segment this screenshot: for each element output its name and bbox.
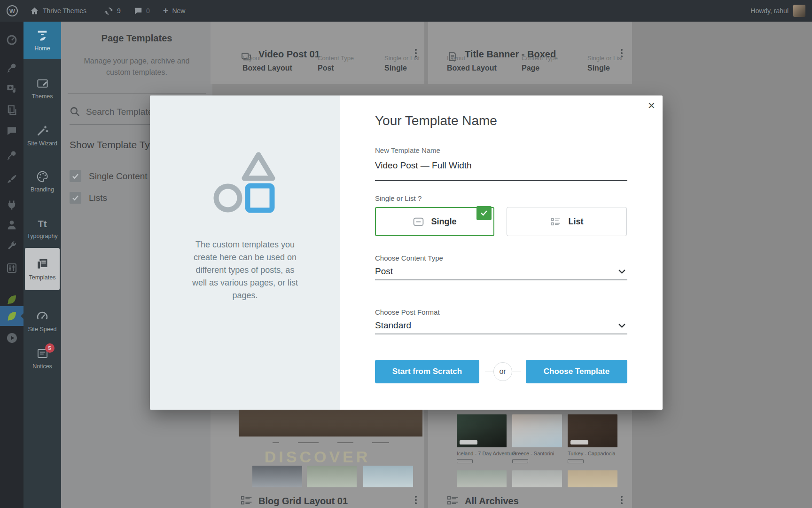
- preview-meta: [568, 459, 584, 463]
- thrive-leaf-icon[interactable]: [0, 294, 23, 305]
- wrench-icon[interactable]: [0, 240, 23, 252]
- preview-meta: [512, 459, 528, 463]
- page-title: Page Templates: [61, 33, 212, 44]
- sidebar-item-label: Branding: [31, 186, 54, 193]
- template-card-video-post[interactable]: Video Post 01 Layout Boxed Layout Conten…: [211, 22, 424, 84]
- wordpress-logo-icon[interactable]: W: [7, 5, 18, 16]
- option-list[interactable]: List: [507, 207, 627, 236]
- video-tutorials-icon[interactable]: [0, 332, 23, 344]
- comments-indicator[interactable]: 0: [134, 7, 150, 15]
- page-subtitle: Manage your page, archive and custom tem…: [76, 56, 198, 78]
- template-name-label: New Template Name: [375, 146, 440, 154]
- thrive-home-icon: [36, 29, 49, 42]
- sidebar-item-themes[interactable]: Themes: [23, 77, 61, 100]
- card-menu-dots-icon[interactable]: [621, 496, 623, 504]
- media-icon[interactable]: [0, 83, 23, 94]
- sidebar-item-site-speed[interactable]: Site Speed: [23, 310, 61, 333]
- option-single[interactable]: Single: [375, 207, 494, 236]
- close-icon[interactable]: ×: [648, 99, 655, 111]
- shapes-illustration-icon: [210, 146, 281, 213]
- templates-icon: [36, 257, 49, 270]
- dashboard-icon[interactable]: [0, 34, 23, 46]
- sidebar-item-notices[interactable]: 5 Notices: [23, 347, 61, 370]
- wp-admin-bar: W Thrive Themes 9 0 + New Howdy, rahul: [0, 0, 812, 22]
- settings-sliders-icon[interactable]: [0, 262, 23, 274]
- field-label: Single or List: [587, 55, 623, 62]
- preview-thumbnail: [252, 466, 302, 487]
- modal-info-pane: The custom templates you create here can…: [150, 95, 340, 410]
- thrive-leaf-active-icon[interactable]: [0, 306, 23, 326]
- new-label: New: [172, 7, 185, 15]
- howdy-account-link[interactable]: Howdy, rahul: [750, 7, 789, 15]
- comments-sidebar-icon[interactable]: [0, 125, 23, 136]
- brush-icon[interactable]: [0, 174, 23, 185]
- updates-indicator[interactable]: 9: [104, 7, 121, 16]
- option-label: Single: [431, 217, 456, 227]
- sidebar-item-typography[interactable]: Tt Typography: [23, 218, 61, 239]
- sidebar-item-site-wizard[interactable]: Site Wizard: [23, 124, 61, 147]
- preview-thumbnail: [512, 470, 562, 487]
- avatar[interactable]: [793, 5, 805, 17]
- select-underline: [375, 279, 627, 280]
- list-content-icon: [550, 216, 562, 228]
- updates-icon: [104, 7, 113, 16]
- content-type-select[interactable]: Post: [375, 266, 627, 277]
- field-value: Boxed Layout: [447, 64, 497, 72]
- card-title: All Archives: [465, 496, 519, 507]
- template-card-all-archives[interactable]: Iceland - 7 Day Adventure Greece - Santo…: [428, 405, 632, 508]
- preview-thumbnail: [568, 414, 617, 447]
- start-from-scratch-button[interactable]: Start from Scratch: [375, 360, 479, 383]
- card-title: Blog Grid Layout 01: [258, 496, 348, 507]
- site-speed-gauge-icon: [36, 310, 49, 323]
- pages-icon[interactable]: [0, 104, 23, 116]
- blog-preview-header-image: [239, 409, 422, 437]
- choose-template-button[interactable]: Choose Template: [526, 360, 627, 383]
- home-icon[interactable]: [30, 7, 39, 16]
- modal-title: Your Template Name: [375, 113, 497, 128]
- selected-check-icon: [476, 206, 492, 220]
- pin-icon[interactable]: [0, 150, 23, 161]
- post-format-select[interactable]: Standard: [375, 320, 627, 331]
- notices-icon: 5: [36, 347, 49, 360]
- post-format-label: Choose Post Format: [375, 308, 440, 316]
- template-card-blog-grid[interactable]: DISCOVER Blog Grid Layout 01: [211, 405, 424, 508]
- users-icon[interactable]: [0, 219, 23, 230]
- sidebar-item-label: Notices: [32, 363, 52, 370]
- preview-thumbnail: [307, 466, 357, 487]
- sidebar-item-branding[interactable]: Branding: [23, 170, 61, 193]
- option-label: List: [568, 217, 583, 227]
- themes-icon: [36, 77, 49, 90]
- checkbox-checked-icon[interactable]: [70, 192, 81, 204]
- template-name-modal: The custom templates you create here can…: [150, 95, 663, 410]
- input-underline: [375, 180, 627, 181]
- plugin-icon[interactable]: [0, 199, 23, 211]
- sidebar-item-label: Typography: [27, 233, 57, 239]
- field-value: Post: [318, 64, 354, 72]
- template-card-title-banner[interactable]: Title Banner - Boxed Layout Boxed Layout…: [428, 22, 632, 84]
- comments-count: 0: [146, 7, 150, 15]
- template-name-input[interactable]: Video Post — Full Width: [375, 160, 472, 171]
- plus-icon: +: [163, 6, 169, 16]
- or-label: or: [493, 362, 512, 381]
- new-menu[interactable]: + New: [163, 6, 186, 16]
- checkbox-checked-icon[interactable]: [70, 170, 81, 182]
- filter-single-content[interactable]: Single Content: [70, 170, 148, 182]
- branding-palette-icon: [36, 170, 49, 183]
- field-value: Boxed Layout: [242, 64, 292, 72]
- field-label: Layout: [447, 55, 497, 62]
- or-separator: or: [485, 362, 521, 381]
- list-icon: [447, 495, 459, 507]
- single-content-icon: [413, 216, 424, 228]
- site-name-link[interactable]: Thrive Themes: [43, 7, 86, 15]
- field-value: Page: [522, 64, 558, 72]
- blog-preview-headline: DISCOVER: [211, 448, 424, 466]
- sidebar-item-home[interactable]: Home: [23, 22, 61, 59]
- divider: [68, 93, 206, 94]
- pushpin-icon[interactable]: [0, 63, 23, 74]
- filter-lists[interactable]: Lists: [70, 192, 107, 204]
- sidebar-item-label: Site Speed: [28, 326, 56, 333]
- card-menu-dots-icon[interactable]: [415, 496, 417, 504]
- sidebar-item-label: Site Wizard: [27, 140, 57, 147]
- sidebar-item-templates[interactable]: Templates: [25, 248, 60, 290]
- field-label: Content Type: [318, 55, 354, 62]
